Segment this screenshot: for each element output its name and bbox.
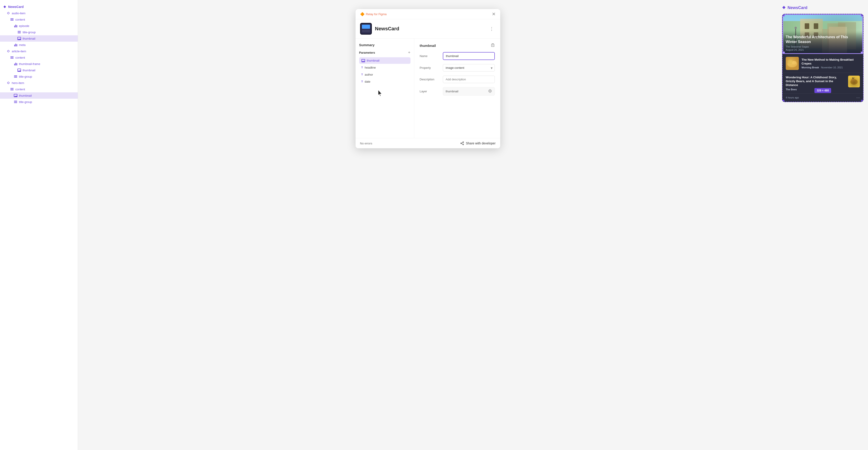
sidebar-item-title-group-3[interactable]: title-group	[0, 99, 78, 105]
sidebar-item-thumbnail-2[interactable]: thumbnail	[0, 67, 78, 73]
panel-body: Summary Parameters + thumbnail T headlin…	[355, 38, 500, 138]
sidebar-item-thumbnail-1[interactable]: thumbnail	[0, 35, 78, 41]
sidebar-item-newscard[interactable]: NewsCard	[0, 4, 78, 10]
sidebar-item-audio-item[interactable]: audio-item	[0, 10, 78, 16]
svg-line-20	[462, 143, 463, 144]
card-crepes-title: The New Method to Making Breakfast Crepe…	[802, 58, 860, 66]
name-field-row: Name	[420, 52, 495, 60]
svg-point-11	[490, 90, 491, 91]
footer-menu-button[interactable]: ⋯	[856, 95, 860, 100]
layer-value-text: thumbnail	[446, 90, 458, 93]
parameters-label: Parameters	[359, 51, 375, 54]
diamond-outline-icon-2	[6, 49, 10, 53]
hero-section: The Wonderful Architectures of This Wint…	[782, 14, 863, 54]
svg-point-36	[792, 61, 797, 64]
svg-rect-21	[782, 6, 785, 9]
svg-rect-4	[491, 44, 494, 47]
svg-point-31	[795, 27, 797, 29]
svg-rect-37	[848, 76, 860, 87]
newscard-preview-card: The Wonderful Architectures of This Wint…	[782, 14, 864, 102]
svg-rect-26	[805, 23, 809, 29]
layer-target-button[interactable]	[488, 89, 492, 93]
sidebar-item-meta[interactable]: meta	[0, 41, 78, 48]
svg-rect-0	[3, 5, 6, 8]
layer-value-display: thumbnail	[443, 87, 495, 95]
sidebar-item-article-item[interactable]: article-item	[0, 48, 78, 54]
sidebar-item-hero-item[interactable]: hero-item	[0, 80, 78, 86]
svg-point-38	[850, 79, 858, 85]
svg-point-16	[463, 142, 464, 143]
sidebar: NewsCard audio-item content episode titl…	[0, 0, 78, 450]
param-item-date[interactable]: T date	[359, 78, 410, 85]
corner-handle-tr	[861, 14, 864, 16]
param-item-author[interactable]: T author	[359, 71, 410, 78]
right-preview-panel: NewsCard	[778, 0, 868, 450]
no-errors-label: No errors	[360, 142, 372, 145]
detail-title: thumbnail	[420, 44, 488, 48]
property-select[interactable]: image-content	[443, 64, 495, 72]
card-bears-thumbnail	[848, 76, 860, 87]
param-label-thumbnail: thumbnail	[367, 59, 379, 62]
bars-icon	[10, 18, 14, 22]
cursor-icon	[377, 89, 383, 97]
param-label-headline: headline	[365, 66, 376, 69]
panel-left-section: Summary Parameters + thumbnail T headlin…	[355, 38, 414, 138]
hero-text-overlay: The Wonderful Architectures of This Wint…	[782, 32, 863, 54]
name-input[interactable]	[443, 52, 495, 60]
panel-more-button[interactable]: ⋮	[488, 25, 496, 32]
sidebar-item-title-group-1[interactable]: title-group	[0, 29, 78, 35]
hero-date: August 25, 2021	[786, 49, 860, 51]
sidebar-item-episode[interactable]: episode	[0, 23, 78, 29]
svg-point-17	[463, 144, 464, 145]
param-text-icon-author: T	[362, 73, 363, 76]
card-footer: 4 hours ago ⋯	[782, 93, 863, 102]
svg-line-19	[462, 142, 463, 143]
corner-handle-tl	[782, 14, 784, 16]
param-image-icon	[362, 59, 365, 62]
card-crepes-thumbnail	[786, 57, 799, 70]
vbars-icon-2	[13, 43, 18, 47]
param-item-thumbnail[interactable]: thumbnail	[359, 57, 410, 64]
preview-title: NewsCard	[787, 5, 807, 10]
bars-icon-6	[13, 100, 18, 104]
property-field-label: Property	[420, 66, 440, 69]
share-button[interactable]: Share with developer	[460, 141, 496, 145]
size-badge: 329 × 480	[814, 88, 831, 93]
bars-icon-3	[10, 55, 14, 59]
param-text-icon-headline: T	[362, 66, 363, 69]
add-parameter-button[interactable]: +	[408, 51, 410, 55]
target-icon	[488, 89, 492, 93]
svg-rect-2	[7, 50, 9, 52]
card-bears-source: The Bees	[786, 88, 797, 91]
preview-diamond-icon	[782, 6, 786, 10]
image-icon-2	[17, 68, 21, 72]
svg-point-10	[489, 90, 491, 92]
card-crepes: The New Method to Making Breakfast Crepe…	[782, 54, 863, 73]
relay-app-name: Relay for Figma	[366, 12, 387, 16]
bees-svg	[848, 76, 860, 87]
component-thumbnail-inner	[361, 24, 371, 34]
svg-rect-1	[7, 12, 9, 14]
panel-close-button[interactable]: ✕	[492, 11, 496, 17]
parameter-list: thumbnail T headline T author T date	[359, 57, 410, 85]
param-label-date: date	[365, 80, 370, 83]
sidebar-item-content-1[interactable]: content	[0, 16, 78, 23]
card-crepes-date: November 10, 2021	[821, 66, 843, 69]
sidebar-item-thumbnail-frame[interactable]: thumbnail-frame	[0, 61, 78, 67]
sidebar-item-content-3[interactable]: content	[0, 86, 78, 92]
description-input[interactable]	[443, 76, 495, 83]
svg-rect-27	[814, 23, 818, 29]
sidebar-item-title-group-2[interactable]: title-group	[0, 73, 78, 80]
diamond-icon	[3, 5, 7, 9]
svg-point-18	[461, 143, 462, 144]
param-label-author: author	[365, 73, 373, 76]
sidebar-item-content-2[interactable]: content	[0, 54, 78, 61]
sidebar-item-thumbnail-3[interactable]: thumbnail	[0, 92, 78, 99]
delete-parameter-button[interactable]	[491, 43, 495, 48]
svg-line-41	[854, 77, 854, 79]
param-item-headline[interactable]: T headline	[359, 64, 410, 71]
panel-footer: No errors Share with developer	[355, 138, 500, 148]
corner-handle-br	[861, 100, 864, 102]
svg-rect-3	[7, 82, 9, 84]
svg-point-35	[787, 59, 793, 64]
